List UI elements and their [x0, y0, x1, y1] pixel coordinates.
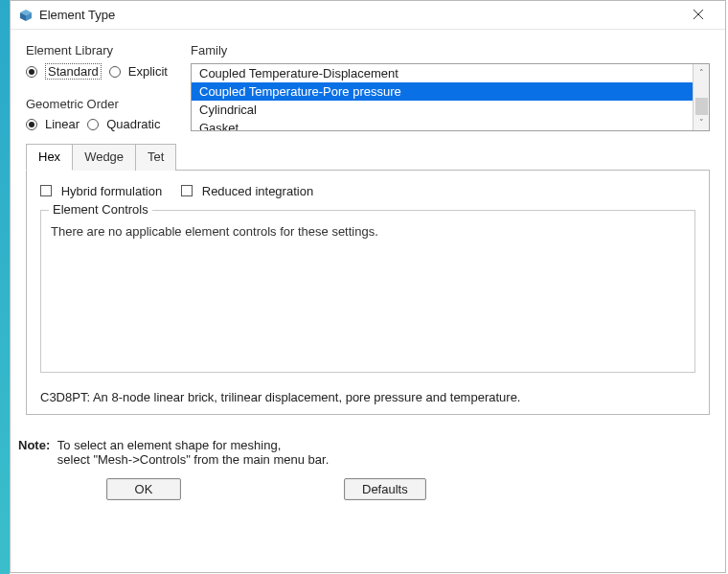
family-item-3[interactable]: Gasket — [192, 119, 693, 131]
family-listbox[interactable]: Coupled Temperature-Displacement Coupled… — [191, 63, 710, 131]
family-label: Family — [191, 43, 710, 57]
scroll-down-button[interactable]: ˅ — [694, 114, 710, 130]
radio-linear[interactable] — [26, 119, 37, 130]
geometric-order-group: Geometric Order Linear Quadratic — [26, 97, 177, 131]
radio-linear-label[interactable]: Linear — [45, 117, 80, 131]
element-library-group: Element Library Standard Explicit — [26, 43, 177, 80]
ok-button[interactable]: OK — [106, 478, 181, 500]
note-block: Note: To select an element shape for mes… — [11, 423, 725, 472]
checkbox-hybrid-label[interactable]: Hybrid formulation — [61, 184, 163, 198]
radio-quadratic[interactable] — [87, 119, 99, 130]
radio-standard-label[interactable]: Standard — [45, 63, 102, 80]
chevron-up-icon: ˄ — [699, 68, 704, 78]
window-title: Element Type — [39, 8, 679, 22]
scroll-thumb[interactable] — [695, 98, 708, 115]
radio-explicit-label[interactable]: Explicit — [128, 64, 168, 79]
note-label: Note: — [18, 438, 50, 452]
note-line1: To select an element shape for meshing, — [57, 438, 281, 452]
background-app-edge — [0, 0, 10, 574]
geometric-order-label: Geometric Order — [26, 97, 177, 111]
radio-standard[interactable] — [26, 66, 37, 78]
tab-tet[interactable]: Tet — [136, 144, 176, 171]
tab-wedge[interactable]: Wedge — [73, 144, 136, 171]
chevron-down-icon: ˅ — [699, 118, 704, 127]
tab-panel-hex: Hybrid formulation Reduced integration E… — [26, 170, 710, 415]
tabstrip: Hex Wedge Tet — [26, 143, 710, 170]
reduced-integration-option[interactable]: Reduced integration — [181, 184, 313, 198]
tab-hex[interactable]: Hex — [26, 144, 73, 171]
note-body: To select an element shape for meshing, … — [57, 438, 329, 467]
element-library-label: Element Library — [26, 43, 177, 57]
checkbox-hybrid[interactable] — [40, 185, 52, 196]
hybrid-formulation-option[interactable]: Hybrid formulation — [40, 184, 162, 198]
element-controls-text: There are no applicable element controls… — [51, 224, 685, 239]
radio-quadratic-label[interactable]: Quadratic — [106, 117, 160, 131]
scroll-track[interactable] — [694, 80, 709, 114]
element-description: C3D8PT: An 8-node linear brick, trilinea… — [40, 390, 695, 404]
scroll-up-button[interactable]: ˄ — [694, 64, 710, 80]
element-controls-fieldset: Element Controls There are no applicable… — [40, 210, 695, 373]
note-line2: select "Mesh->Controls" from the main me… — [57, 452, 329, 467]
close-button[interactable] — [679, 3, 717, 28]
titlebar: Element Type — [11, 1, 725, 30]
element-type-dialog: Element Type Element Library Standard Ex… — [10, 0, 726, 573]
button-row: OK Defaults — [11, 472, 725, 510]
checkbox-reduced-label[interactable]: Reduced integration — [202, 184, 313, 198]
close-icon — [693, 7, 704, 23]
app-icon — [18, 8, 34, 23]
family-scrollbar[interactable]: ˄ ˅ — [693, 64, 709, 130]
checkbox-reduced[interactable] — [181, 185, 193, 196]
family-item-0[interactable]: Coupled Temperature-Displacement — [192, 64, 693, 82]
radio-explicit[interactable] — [109, 66, 121, 78]
family-item-2[interactable]: Cylindrical — [192, 101, 693, 119]
defaults-button[interactable]: Defaults — [344, 478, 426, 500]
element-controls-legend: Element Controls — [49, 202, 152, 217]
family-item-1[interactable]: Coupled Temperature-Pore pressure — [192, 82, 693, 101]
